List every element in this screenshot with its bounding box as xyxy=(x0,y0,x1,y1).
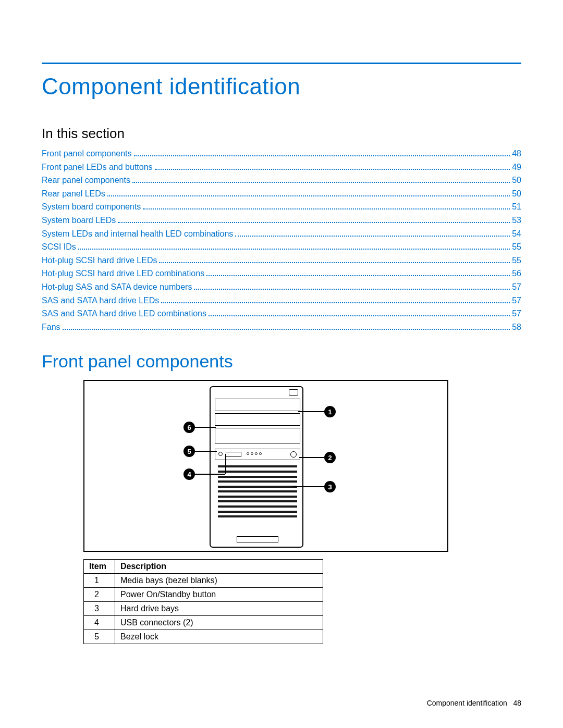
toc-page: 53 xyxy=(512,214,521,227)
footer-page-number: 48 xyxy=(513,699,521,707)
table-cell-desc: Bezel lock xyxy=(115,630,323,644)
server-tower-icon xyxy=(210,386,303,548)
toc-label: Rear panel components xyxy=(42,174,130,187)
table-cell-item: 3 xyxy=(84,602,115,616)
table-of-contents: Front panel components48 Front panel LED… xyxy=(42,147,521,334)
leader-line xyxy=(225,454,226,474)
toc-page: 54 xyxy=(512,227,521,241)
toc-page: 57 xyxy=(512,280,521,294)
toc-label: SAS and SATA hard drive LED combinations xyxy=(42,307,206,320)
toc-leader-dots xyxy=(134,155,510,156)
toc-label: Hot-plug SCSI hard drive LED combination… xyxy=(42,267,204,280)
toc-leader-dots xyxy=(194,289,510,290)
toc-leader-dots xyxy=(132,182,510,183)
media-bay-icon xyxy=(215,399,300,411)
model-label-icon xyxy=(237,536,278,542)
toc-row[interactable]: System board components51 xyxy=(42,200,521,214)
control-strip-icon xyxy=(215,449,300,460)
callout-4: 4 xyxy=(183,468,195,480)
drive-bay-vents-icon xyxy=(218,465,297,517)
front-panel-components-heading: Front panel components xyxy=(42,351,521,372)
toc-leader-dots xyxy=(118,222,510,223)
table-row: 3Hard drive bays xyxy=(84,602,323,616)
page-title: Component identification xyxy=(42,73,521,100)
toc-label: Front panel LEDs and buttons xyxy=(42,161,153,174)
toc-page: 49 xyxy=(512,161,521,174)
table-cell-item: 5 xyxy=(84,630,115,644)
toc-row[interactable]: Front panel components48 xyxy=(42,147,521,161)
toc-label: Hot-plug SAS and SATA device numbers xyxy=(42,280,192,294)
toc-row[interactable]: Rear panel components50 xyxy=(42,174,521,187)
callout-6: 6 xyxy=(183,422,195,433)
toc-label: System LEDs and internal health LED comb… xyxy=(42,227,233,241)
component-table: Item Description 1Media bays (bezel blan… xyxy=(83,559,323,644)
front-panel-diagram: 1 2 3 6 5 4 xyxy=(83,380,448,552)
table-row: 1Media bays (bezel blanks) xyxy=(84,574,323,588)
leader-line xyxy=(293,486,324,487)
toc-row[interactable]: Hot-plug SCSI hard drive LED combination… xyxy=(42,267,521,280)
toc-page: 48 xyxy=(512,147,521,161)
top-rule xyxy=(42,63,521,64)
media-bay-icon xyxy=(215,413,300,426)
callout-3: 3 xyxy=(324,481,336,492)
toc-row[interactable]: SAS and SATA hard drive LEDs57 xyxy=(42,294,521,307)
toc-leader-dots xyxy=(155,169,510,170)
toc-row[interactable]: Fans58 xyxy=(42,320,521,334)
toc-page: 50 xyxy=(512,174,521,187)
toc-leader-dots xyxy=(209,315,510,316)
toc-label: Rear panel LEDs xyxy=(42,187,105,201)
table-cell-desc: USB connectors (2) xyxy=(115,616,323,630)
in-this-section-heading: In this section xyxy=(42,126,521,142)
power-button-icon xyxy=(290,451,297,458)
toc-leader-dots xyxy=(143,208,510,209)
toc-page: 57 xyxy=(512,307,521,320)
toc-label: Front panel components xyxy=(42,147,132,161)
toc-label: Fans xyxy=(42,320,60,334)
leader-line xyxy=(195,474,225,475)
leader-line xyxy=(195,451,217,452)
toc-page: 57 xyxy=(512,294,521,307)
toc-label: System board LEDs xyxy=(42,214,116,227)
toc-leader-dots xyxy=(107,195,510,196)
table-header-item: Item xyxy=(84,560,115,574)
toc-row[interactable]: System LEDs and internal health LED comb… xyxy=(42,227,521,241)
table-cell-desc: Hard drive bays xyxy=(115,602,323,616)
toc-page: 56 xyxy=(512,267,521,280)
toc-leader-dots xyxy=(63,329,510,330)
hp-logo-icon xyxy=(289,389,298,396)
toc-row[interactable]: Front panel LEDs and buttons49 xyxy=(42,161,521,174)
callout-1: 1 xyxy=(324,406,336,417)
toc-label: Hot-plug SCSI hard drive LEDs xyxy=(42,254,157,267)
toc-row[interactable]: Hot-plug SCSI hard drive LEDs55 xyxy=(42,254,521,267)
toc-leader-dots xyxy=(206,275,510,276)
table-cell-desc: Media bays (bezel blanks) xyxy=(115,574,323,588)
toc-row[interactable]: SAS and SATA hard drive LED combinations… xyxy=(42,307,521,320)
table-row: 2Power On/Standby button xyxy=(84,588,323,602)
toc-label: SAS and SATA hard drive LEDs xyxy=(42,294,159,307)
toc-page: 55 xyxy=(512,240,521,254)
toc-row[interactable]: Hot-plug SAS and SATA device numbers57 xyxy=(42,280,521,294)
toc-label: System board components xyxy=(42,200,141,214)
table-header-description: Description xyxy=(115,560,323,574)
toc-leader-dots xyxy=(161,302,510,303)
table-cell-item: 4 xyxy=(84,616,115,630)
toc-leader-dots xyxy=(235,236,510,237)
leader-line xyxy=(195,427,216,428)
toc-page: 50 xyxy=(512,187,521,201)
led-group-icon xyxy=(247,452,262,455)
callout-5: 5 xyxy=(183,446,195,457)
leader-line xyxy=(299,457,324,458)
table-cell-item: 1 xyxy=(84,574,115,588)
table-cell-item: 2 xyxy=(84,588,115,602)
footer-label: Component identification xyxy=(427,699,507,707)
toc-row[interactable]: SCSI IDs55 xyxy=(42,240,521,254)
toc-row[interactable]: System board LEDs53 xyxy=(42,214,521,227)
toc-page: 55 xyxy=(512,254,521,267)
toc-page: 58 xyxy=(512,320,521,334)
toc-label: SCSI IDs xyxy=(42,240,76,254)
table-row: 4USB connectors (2) xyxy=(84,616,323,630)
toc-row[interactable]: Rear panel LEDs50 xyxy=(42,187,521,201)
leader-line xyxy=(298,411,324,412)
page-footer: Component identification 48 xyxy=(427,699,521,707)
table-row: 5Bezel lock xyxy=(84,630,323,644)
